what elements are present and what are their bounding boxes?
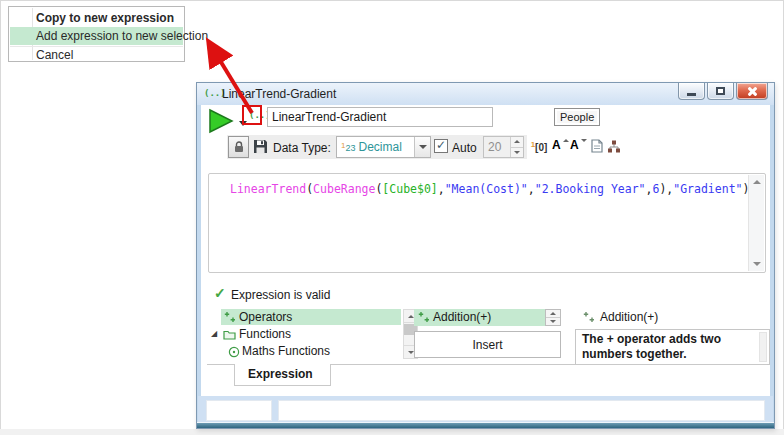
close-icon — [747, 86, 757, 96]
decimal-123-icon: 123 — [341, 141, 355, 153]
maximize-button[interactable] — [707, 83, 734, 100]
hierarchy-button[interactable] — [605, 136, 623, 156]
play-icon — [210, 110, 232, 132]
down-arrow-icon — [581, 139, 587, 142]
operators-icon — [224, 311, 236, 323]
decimal-format-button[interactable]: 1[0] — [530, 136, 548, 156]
folder-icon — [223, 329, 236, 340]
tree-item-maths-functions[interactable]: Maths Functions — [242, 344, 330, 358]
valid-check-icon: ✓ — [214, 285, 226, 301]
status-panel-right — [278, 400, 765, 421]
expander-icon[interactable]: ◢ — [211, 329, 217, 338]
tab-strip-line — [207, 364, 234, 365]
close-button[interactable] — [736, 83, 768, 100]
chevron-down-icon — [419, 145, 427, 149]
up-arrow-icon — [563, 139, 569, 142]
screenshot-root: Copy to new expression Add expression to… — [0, 0, 784, 435]
status-panel-left — [206, 400, 272, 421]
operator-description-box: The + operator adds two numbers together… — [575, 329, 770, 365]
data-type-dropdown-arrow[interactable] — [414, 137, 430, 157]
data-type-value: Decimal — [358, 140, 401, 154]
page-background-strip — [0, 429, 784, 435]
lock-button[interactable] — [228, 136, 249, 158]
maximize-icon — [716, 87, 725, 95]
window-bottom-edge — [197, 422, 774, 428]
menu-item-add-expression-to-new-selection[interactable]: Add expression to new selection — [10, 27, 183, 45]
expression-editor-window: (..) LinearTrend-Gradient (..) People — [196, 82, 775, 429]
window-controls — [678, 83, 768, 100]
spinner-arrows — [510, 137, 523, 157]
down-arrow-icon — [514, 151, 520, 154]
operator-detail-title: Addition(+) — [600, 310, 658, 324]
decimal-places-value: 20 — [488, 140, 501, 154]
dialog-client-area: (..) People Data Type: 123 Decimal — [201, 105, 770, 396]
save-button[interactable] — [253, 139, 268, 154]
run-expression-button[interactable] — [208, 108, 234, 134]
spinner-up-button[interactable] — [511, 137, 523, 148]
scroll-down-icon[interactable] — [753, 262, 761, 266]
operator-up-button[interactable] — [546, 310, 560, 318]
check-icon: ✓ — [436, 140, 446, 150]
scroll-up-icon[interactable] — [753, 180, 761, 184]
data-type-dropdown[interactable]: 123 Decimal — [336, 136, 431, 158]
operator-detail-icon — [583, 311, 595, 323]
expression-name-input[interactable] — [267, 107, 493, 127]
operator-down-button[interactable] — [546, 318, 560, 325]
lock-icon — [233, 141, 245, 154]
expression-editor[interactable]: LinearTrend(CubeRange([Cube$0],"Mean(Cos… — [208, 173, 766, 273]
auto-checkbox[interactable]: ✓ — [434, 139, 448, 153]
data-type-label: Data Type: — [273, 141, 331, 155]
decrease-font-button[interactable]: A — [570, 138, 584, 152]
menu-item-cancel[interactable]: Cancel — [10, 46, 183, 62]
operator-icon — [418, 311, 430, 323]
menu-item-copy-to-new-expression[interactable]: Copy to new expression — [10, 9, 183, 27]
validation-message: Expression is valid — [231, 288, 330, 302]
operator-spinner — [545, 309, 561, 326]
tab-expression[interactable]: Expression — [234, 364, 331, 386]
font-increase-icon: A — [552, 138, 561, 152]
increase-font-button[interactable]: A — [552, 138, 566, 152]
selected-operator-label: Addition(+) — [433, 310, 491, 324]
window-titlebar[interactable]: (..) LinearTrend-Gradient — [197, 83, 774, 105]
document-button[interactable] — [588, 136, 606, 156]
insert-button[interactable]: Insert — [414, 331, 561, 358]
minimize-button[interactable] — [678, 83, 705, 100]
up-arrow-icon — [514, 140, 520, 143]
document-icon — [591, 139, 603, 153]
tree-item-functions[interactable]: Functions — [239, 327, 291, 341]
down-arrow-icon — [408, 351, 414, 354]
status-bar — [198, 396, 773, 424]
context-menu: Copy to new expression Add expression to… — [8, 6, 185, 62]
font-decrease-icon: A — [570, 138, 579, 152]
auto-label: Auto — [452, 141, 477, 155]
run-options-caret[interactable] — [239, 121, 247, 126]
up-arrow-icon — [408, 315, 414, 318]
tree-item-operators[interactable]: Operators — [239, 310, 292, 324]
minimize-icon — [687, 93, 696, 96]
expression-code: LinearTrend(CubeRange([Cube$0],"Mean(Cos… — [230, 182, 749, 196]
up-arrow-icon — [550, 312, 556, 315]
tab-strip-line — [331, 364, 767, 365]
decimal-places-spinner[interactable]: 20 — [483, 136, 524, 158]
editor-scrollbar[interactable] — [748, 175, 764, 271]
category-tag-people[interactable]: People — [554, 108, 600, 126]
description-scrollbar[interactable] — [759, 332, 767, 362]
window-title: LinearTrend-Gradient — [222, 87, 336, 101]
maths-functions-icon — [228, 346, 240, 358]
sitemap-icon — [607, 140, 621, 153]
spinner-down-button[interactable] — [511, 148, 523, 158]
down-arrow-icon — [550, 320, 556, 323]
operator-description: The + operator adds two numbers together… — [582, 332, 755, 362]
decimal-format-icon: 1[0] — [531, 140, 548, 153]
